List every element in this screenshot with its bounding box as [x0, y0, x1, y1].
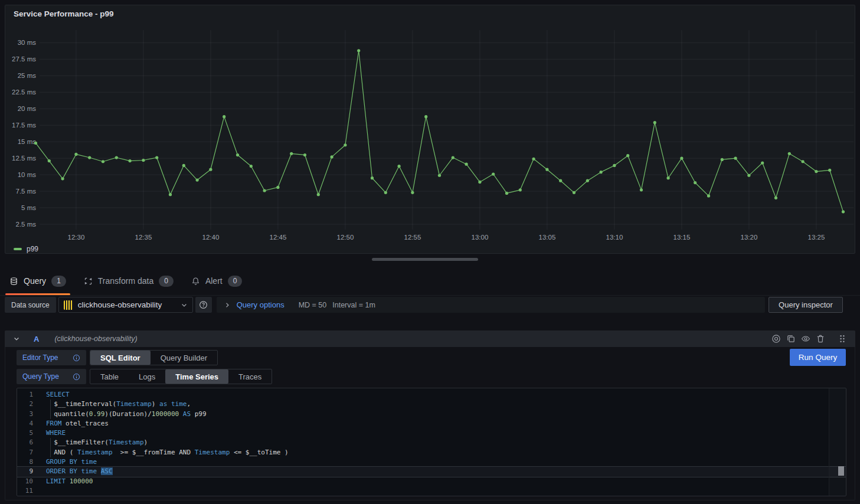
svg-text:12:50: 12:50: [337, 234, 354, 241]
svg-text:12:40: 12:40: [202, 234, 220, 241]
line-number: 7: [17, 448, 33, 457]
query-options-link[interactable]: Query options: [237, 300, 285, 309]
svg-text:10 ms: 10 ms: [18, 171, 37, 178]
chart-legend[interactable]: p99: [14, 245, 38, 253]
panel-title[interactable]: Service Performance - p99: [14, 9, 114, 18]
datasource-value: clickhouse-observability: [78, 300, 162, 309]
svg-text:12:30: 12:30: [68, 234, 85, 241]
sql-line-1[interactable]: 1SELECT: [17, 390, 846, 400]
max-data-points-value: MD = 50: [299, 301, 327, 309]
tab-label: Transform data: [98, 276, 153, 286]
query-datasource-hint: (clickhouse-observability): [54, 335, 137, 343]
collapse-chevron-icon[interactable]: [13, 335, 20, 342]
editor-type-label: Editor Type: [17, 350, 86, 365]
sql-line-text: AND ( Timestamp >= $__fromTime AND Times…: [46, 448, 289, 457]
line-number: 8: [17, 457, 33, 467]
database-icon: [9, 277, 18, 286]
editor-type-toggle: SQL EditorQuery Builder: [90, 350, 218, 365]
editor-overview-ruler[interactable]: [829, 388, 846, 496]
query-row-actions: [771, 334, 847, 343]
time-series-panel: Service Performance - p99 2.5 ms5 ms7.5 …: [5, 5, 855, 254]
svg-text:13:00: 13:00: [472, 234, 489, 241]
editor-cursor-marker: [838, 466, 844, 476]
sql-line-6[interactable]: 6 $__timeFilter(Timestamp): [17, 438, 846, 447]
sql-line-9[interactable]: 9ORDER BY time ASC: [17, 467, 846, 476]
tab-transform-data[interactable]: Transform data0: [84, 267, 174, 295]
svg-text:7.5 ms: 7.5 ms: [15, 188, 36, 195]
sql-line-text: $__timeInterval(Timestamp) as time,: [46, 400, 191, 409]
sql-line-text: FROM otel_traces: [46, 419, 109, 428]
datasource-row: Data source clickhouse-observability Que…: [5, 297, 843, 313]
tab-query[interactable]: Query1: [9, 267, 66, 295]
legend-series-label: p99: [27, 245, 38, 253]
disable-query-icon[interactable]: [771, 334, 781, 343]
hide-response-icon[interactable]: [801, 334, 810, 343]
line-number: 4: [17, 419, 33, 428]
query-inspector-button[interactable]: Query inspector: [769, 297, 843, 313]
line-number: 9: [17, 467, 33, 476]
line-number: 11: [17, 486, 33, 496]
question-circle-icon: [199, 300, 208, 309]
query-type-label: Query Type: [17, 369, 86, 384]
query-type-toggle: TableLogsTime SeriesTraces: [90, 369, 272, 384]
line-number: 5: [17, 428, 33, 438]
option-logs[interactable]: Logs: [129, 369, 165, 384]
sql-code-editor[interactable]: 1SELECT2 $__timeInterval(Timestamp) as t…: [17, 388, 846, 496]
sql-code-lines: 1SELECT2 $__timeInterval(Timestamp) as t…: [17, 390, 846, 496]
query-ref-id[interactable]: A: [34, 335, 39, 343]
datasource-picker[interactable]: clickhouse-observability: [58, 297, 193, 313]
chevron-right-icon[interactable]: [224, 302, 231, 309]
svg-text:13:10: 13:10: [606, 234, 623, 241]
svg-text:15 ms: 15 ms: [18, 138, 37, 145]
option-traces[interactable]: Traces: [228, 369, 272, 384]
sql-line-7[interactable]: 7 AND ( Timestamp >= $__fromTime AND Tim…: [17, 448, 846, 457]
query-options-bar: Query options MD = 50 Interval = 1m: [217, 297, 765, 313]
sql-line-text: $__timeFilter(Timestamp): [46, 438, 148, 447]
line-number: 2: [17, 400, 33, 409]
transform-icon: [84, 277, 93, 286]
svg-text:12.5 ms: 12.5 ms: [12, 155, 36, 162]
option-query-builder[interactable]: Query Builder: [151, 351, 217, 365]
svg-text:20 ms: 20 ms: [18, 105, 37, 112]
sql-line-10[interactable]: 10LIMIT 100000: [17, 477, 846, 486]
tab-count-badge: 0: [228, 276, 243, 287]
tab-count-badge: 1: [51, 276, 66, 287]
line-number: 10: [17, 477, 33, 486]
run-query-button[interactable]: Run Query: [790, 349, 846, 366]
datasource-help-button[interactable]: [195, 297, 212, 313]
horizontal-scrollbar-thumb[interactable]: [372, 258, 478, 261]
info-icon[interactable]: [73, 373, 80, 381]
sql-line-text: ORDER BY time ASC: [46, 467, 113, 476]
tab-label: Alert: [205, 276, 223, 286]
svg-text:30 ms: 30 ms: [18, 39, 37, 46]
option-table[interactable]: Table: [90, 369, 129, 384]
sql-line-text: GROUP BY time: [46, 457, 97, 467]
bell-icon: [191, 277, 200, 286]
sql-line-4[interactable]: 4FROM otel_traces: [17, 419, 846, 428]
svg-text:12:55: 12:55: [404, 234, 421, 241]
time-series-chart: 2.5 ms5 ms7.5 ms10 ms12.5 ms15 ms17.5 ms…: [5, 5, 855, 253]
legend-series-color-dash: [14, 248, 22, 250]
sql-line-3[interactable]: 3 quantile(0.99)(Duration)/1000000 AS p9…: [17, 410, 846, 419]
sql-line-text: WHERE: [46, 428, 66, 438]
sql-line-2[interactable]: 2 $__timeInterval(Timestamp) as time,: [17, 400, 846, 409]
option-sql-editor[interactable]: SQL Editor: [90, 351, 151, 365]
svg-text:27.5 ms: 27.5 ms: [12, 55, 36, 63]
option-time-series[interactable]: Time Series: [165, 369, 228, 384]
clickhouse-logo-icon: [64, 300, 73, 310]
sql-line-text: quantile(0.99)(Duration)/1000000 AS p99: [46, 410, 207, 419]
drag-handle-icon[interactable]: [838, 334, 847, 343]
delete-query-icon[interactable]: [816, 334, 825, 343]
sql-line-5[interactable]: 5WHERE: [17, 428, 846, 438]
sql-line-11[interactable]: 11: [17, 486, 846, 496]
info-icon[interactable]: [73, 354, 80, 362]
tab-alert[interactable]: Alert0: [191, 267, 242, 295]
svg-text:25 ms: 25 ms: [18, 72, 37, 79]
svg-text:22.5 ms: 22.5 ms: [12, 89, 36, 96]
sql-line-8[interactable]: 8GROUP BY time: [17, 457, 846, 467]
duplicate-query-icon[interactable]: [786, 334, 796, 343]
tab-count-badge: 0: [159, 276, 174, 287]
tab-label: Query: [24, 276, 46, 286]
sql-line-text: SELECT: [46, 390, 70, 400]
svg-text:2.5 ms: 2.5 ms: [15, 221, 36, 228]
